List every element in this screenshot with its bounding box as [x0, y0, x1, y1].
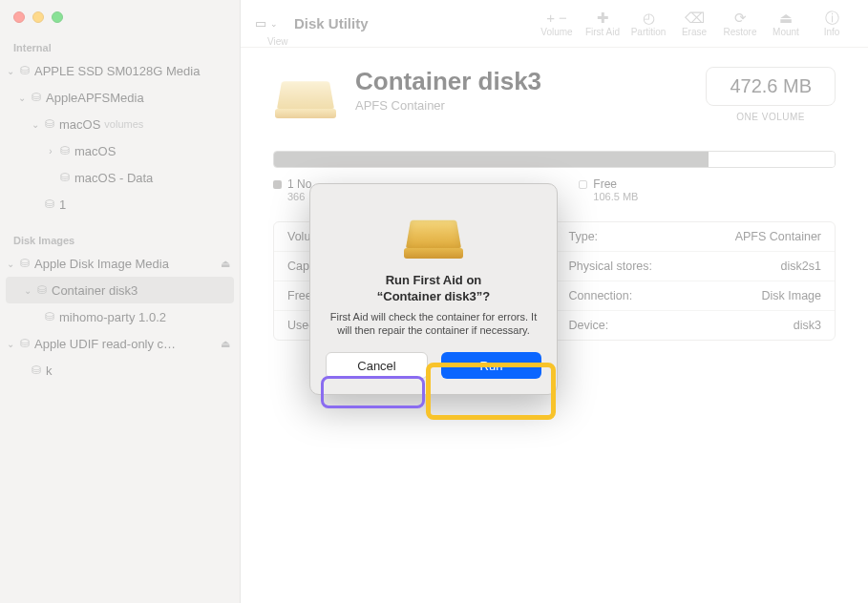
erase-label: Erase: [682, 27, 707, 37]
disk-icon: ⛁: [15, 337, 34, 350]
toolbar-volume-button[interactable]: + −Volume: [534, 10, 580, 37]
volume-count: ONE VOLUME: [706, 112, 836, 122]
firstaid-icon: ✚: [597, 10, 609, 27]
sidebar-item-label: macOS - Data: [74, 171, 153, 185]
external-disk-icon: [402, 203, 465, 259]
minimize-window-button[interactable]: [32, 11, 44, 23]
info-icon: ⓘ: [825, 10, 839, 27]
toolbar-firstaid-button[interactable]: ✚First Aid: [580, 10, 625, 37]
info-cell: Device:disk3: [555, 310, 836, 340]
sidebar-item-label: Container disk3: [52, 283, 138, 298]
sidebar-item-label: mihomo-party 1.0.2: [59, 310, 166, 324]
sidebar-item-label: 1: [59, 198, 66, 212]
disk-header: Container disk3 APFS Container 472.6 MB …: [273, 67, 836, 122]
sidebar-item[interactable]: ⛁macOS - Data: [0, 164, 240, 191]
window-controls: [0, 8, 240, 36]
sidebar-item-label: k: [46, 364, 53, 378]
firstaid-label: First Aid: [585, 27, 620, 37]
disk-icon: ⛁: [40, 198, 59, 211]
sidebar-tree-internal: ⌄⛁APPLE SSD SM0128G Media⌄⛁AppleAPFSMedi…: [0, 57, 240, 218]
view-label: View: [267, 36, 288, 47]
info-cell: Connection:Disk Image: [555, 281, 836, 310]
sidebar-toggle-icon: ▭: [255, 16, 266, 31]
sidebar-item-suffix: volumes: [104, 118, 143, 130]
sidebar-item[interactable]: ⛁k: [0, 357, 240, 384]
disk-icon: ⛁: [55, 171, 74, 184]
sidebar-item[interactable]: ⌄⛁Container disk3: [6, 277, 234, 303]
view-menu-button[interactable]: ▭ ⌄: [254, 15, 279, 31]
toolbar-partition-button[interactable]: ◴Partition: [625, 10, 671, 37]
partition-icon: ◴: [643, 10, 655, 27]
disclosure-triangle-icon[interactable]: ⌄: [17, 93, 27, 103]
toolbar-erase-button[interactable]: ⌫Erase: [671, 10, 717, 37]
usage-legend-used: 1 No 366: [273, 177, 311, 202]
sidebar-item-label: AppleAPFSMedia: [46, 91, 144, 105]
disclosure-triangle-icon[interactable]: ⌄: [6, 259, 15, 269]
disclosure-triangle-icon[interactable]: ⌄: [31, 119, 40, 130]
info-cell: Type:APFS Container: [555, 222, 836, 251]
window-title: Disk Utility: [294, 15, 369, 31]
disk-name: Container disk3: [355, 67, 541, 96]
usage-free-label: Free: [593, 177, 617, 191]
toolbar-info-button[interactable]: ⓘInfo: [809, 10, 855, 37]
disk-icon: ⛁: [15, 64, 34, 77]
sidebar-item[interactable]: ⌄⛁Apple UDIF read-only c…⏏: [0, 330, 240, 357]
disk-icon: ⛁: [15, 257, 34, 270]
usage-free-value: 106.5 MB: [593, 191, 638, 202]
sidebar-tree-images: ⌄⛁Apple Disk Image Media⏏⌄⛁Container dis…: [0, 250, 240, 384]
usage-legend-free: Free 106.5 MB: [579, 177, 638, 202]
erase-icon: ⌫: [685, 10, 705, 27]
usage-used-value: 366: [287, 191, 311, 202]
sidebar-item-label: APPLE SSD SM0128G Media: [34, 64, 200, 78]
disclosure-triangle-icon[interactable]: ⌄: [6, 66, 15, 76]
sidebar-item[interactable]: ⌄⛁Apple Disk Image Media⏏: [0, 250, 240, 277]
disk-size: 472.6 MB: [706, 67, 836, 106]
toolbar: ▭ ⌄ View Disk Utility + −Volume✚First Ai…: [241, 0, 868, 48]
chevron-down-icon: ⌄: [270, 19, 278, 29]
sidebar-item[interactable]: ⌄⛁APPLE SSD SM0128G Media: [0, 57, 240, 84]
volume-label: Volume: [540, 27, 572, 37]
toolbar-mount-button[interactable]: ⏏Mount: [763, 10, 809, 37]
disk-icon: ⛁: [40, 117, 59, 131]
disk-icon: ⛁: [32, 283, 52, 297]
disclosure-triangle-icon[interactable]: ⌄: [6, 339, 15, 349]
dialog-title-line2: “Container disk3”?: [377, 289, 490, 303]
dialog-title-line1: Run First Aid on: [386, 273, 482, 287]
dialog-description: First Aid will check the container for e…: [326, 310, 541, 337]
eject-icon[interactable]: ⏏: [221, 258, 230, 270]
usage-bar: [273, 151, 836, 168]
sidebar-item-label: macOS: [74, 144, 116, 158]
sidebar-item[interactable]: ⛁mihomo-party 1.0.2: [0, 303, 240, 330]
zoom-window-button[interactable]: [52, 11, 63, 23]
sidebar-item[interactable]: ⌄⛁macOSvolumes: [0, 111, 240, 137]
info-cell: Physical stores:disk2s1: [555, 251, 836, 281]
sidebar-item[interactable]: ›⛁macOS: [0, 137, 240, 164]
disk-icon: ⛁: [40, 310, 59, 323]
usage-bar-free: [709, 152, 835, 167]
first-aid-dialog: Run First Aid on “Container disk3”? Firs…: [309, 183, 558, 395]
sidebar-item-label: macOS: [59, 117, 100, 132]
sidebar-item-label: Apple Disk Image Media: [34, 257, 169, 271]
sidebar: Internal ⌄⛁APPLE SSD SM0128G Media⌄⛁Appl…: [0, 0, 241, 603]
run-button[interactable]: Run: [441, 352, 541, 379]
disk-icon: ⛁: [27, 364, 46, 377]
cancel-button[interactable]: Cancel: [326, 352, 428, 379]
restore-icon: ⟳: [734, 10, 747, 27]
sidebar-section-disk-images: Disk Images: [0, 229, 240, 250]
close-window-button[interactable]: [13, 11, 25, 23]
disclosure-triangle-icon[interactable]: ⌄: [23, 285, 32, 296]
sidebar-item[interactable]: ⛁1: [0, 191, 240, 218]
volume-icon: + −: [546, 10, 567, 27]
eject-icon[interactable]: ⏏: [221, 338, 230, 350]
mount-icon: ⏏: [779, 10, 793, 27]
disclosure-triangle-icon[interactable]: ›: [46, 146, 55, 156]
sidebar-section-internal: Internal: [0, 36, 240, 57]
restore-label: Restore: [723, 27, 756, 37]
app-window: Internal ⌄⛁APPLE SSD SM0128G Media⌄⛁Appl…: [0, 0, 868, 603]
toolbar-restore-button[interactable]: ⟳Restore: [717, 10, 763, 37]
external-disk-icon: [273, 67, 338, 118]
partition-label: Partition: [631, 27, 667, 37]
disk-icon: ⛁: [55, 144, 74, 157]
sidebar-item[interactable]: ⌄⛁AppleAPFSMedia: [0, 84, 240, 111]
usage-bar-used: [274, 152, 709, 167]
